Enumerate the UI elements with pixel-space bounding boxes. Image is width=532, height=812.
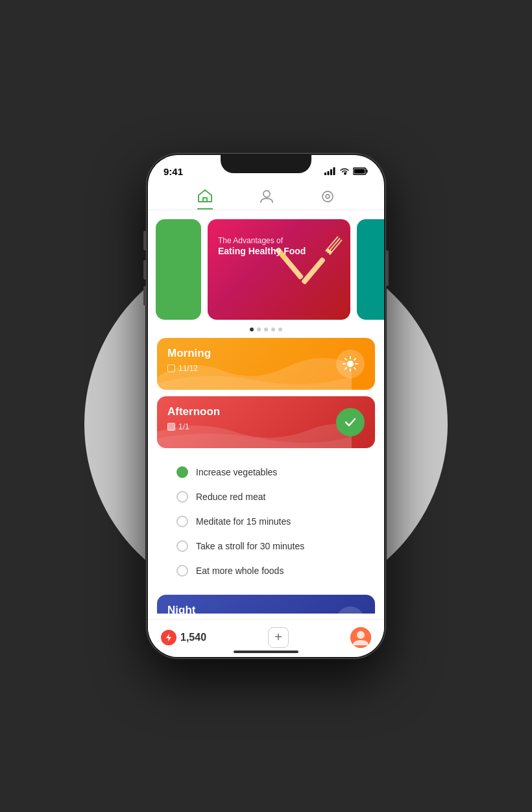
task-item-4[interactable]: Take a stroll for 30 minutes <box>166 534 366 558</box>
task-item-5[interactable]: Eat more whole foods <box>166 558 366 583</box>
signal-icon <box>324 167 336 175</box>
task-label-1: Increase vegetables <box>196 467 277 477</box>
profile-icon <box>260 189 274 204</box>
svg-rect-6 <box>354 169 365 174</box>
afternoon-icon <box>336 408 365 436</box>
points-value: 1,540 <box>180 632 206 643</box>
notch <box>221 155 311 173</box>
main-content: The Advantages of Eating Healthy Food <box>148 210 384 614</box>
status-icons <box>324 167 369 175</box>
task-circle-1 <box>176 466 188 478</box>
svg-marker-28 <box>166 634 171 641</box>
svg-line-22 <box>345 359 346 360</box>
nav-settings[interactable] <box>320 189 335 209</box>
ring-icon <box>320 189 335 204</box>
svg-rect-12 <box>301 257 326 285</box>
carousel-dots <box>148 325 384 338</box>
dot-5[interactable] <box>278 328 282 331</box>
afternoon-card[interactable]: Afternoon 1/1 <box>157 396 375 448</box>
phone-screen: 9:41 <box>148 155 384 657</box>
svg-point-10 <box>326 195 330 198</box>
dot-3[interactable] <box>264 328 268 331</box>
card-subtitle: The Advantages of <box>218 236 340 245</box>
afternoon-title: Afternoon <box>167 405 365 418</box>
svg-rect-1 <box>328 171 330 175</box>
afternoon-checkbox <box>167 423 175 431</box>
night-title: Night <box>167 604 365 614</box>
scene: 9:41 <box>0 0 532 812</box>
carousel-card-green <box>156 219 201 320</box>
svg-line-24 <box>345 368 346 369</box>
nav-bar <box>148 184 384 210</box>
nav-home[interactable] <box>197 189 213 209</box>
status-time: 9:41 <box>163 166 183 177</box>
carousel[interactable]: The Advantages of Eating Healthy Food <box>148 210 384 325</box>
check-icon <box>343 415 357 429</box>
wifi-icon <box>339 167 350 175</box>
period-cards: Morning 11/12 <box>148 338 384 614</box>
morning-checkbox <box>167 364 175 372</box>
task-label-3: Meditate for 15 minutes <box>196 516 291 527</box>
carousel-card-teal <box>357 219 384 320</box>
task-label-2: Reduce red meat <box>196 492 265 502</box>
morning-count: 11/12 <box>167 364 365 373</box>
task-label-4: Take a stroll for 30 minutes <box>196 541 304 551</box>
task-label-5: Eat more whole foods <box>196 566 284 576</box>
svg-point-30 <box>357 631 365 639</box>
lightning-icon <box>161 630 176 645</box>
svg-rect-0 <box>324 173 326 175</box>
dot-4[interactable] <box>271 328 275 331</box>
morning-icon <box>336 350 365 378</box>
afternoon-count: 1/1 <box>167 422 365 431</box>
task-item-1[interactable]: Increase vegetables <box>166 460 366 484</box>
svg-rect-3 <box>333 167 335 175</box>
sun-icon <box>342 355 359 372</box>
avatar[interactable] <box>350 627 371 648</box>
battery-icon <box>353 167 369 175</box>
card-title: Eating Healthy Food <box>218 245 340 257</box>
task-circle-2 <box>176 491 188 503</box>
morning-card[interactable]: Morning 11/12 <box>157 338 375 390</box>
svg-rect-2 <box>330 169 332 175</box>
home-icon <box>197 189 213 203</box>
svg-point-8 <box>263 191 270 197</box>
svg-point-9 <box>322 191 333 202</box>
nav-profile[interactable] <box>260 189 274 209</box>
task-circle-4 <box>176 540 188 552</box>
dot-1[interactable] <box>250 328 254 331</box>
task-circle-5 <box>176 565 188 577</box>
dot-2[interactable] <box>257 328 261 331</box>
add-button[interactable]: + <box>268 627 289 648</box>
task-list: Increase vegetables Reduce red meat Medi… <box>166 455 366 588</box>
task-item-3[interactable]: Meditate for 15 minutes <box>166 509 366 534</box>
carousel-card-main[interactable]: The Advantages of Eating Healthy Food <box>208 219 350 320</box>
svg-line-23 <box>354 368 356 369</box>
svg-line-25 <box>354 359 356 360</box>
phone-frame: 9:41 <box>146 153 386 659</box>
svg-rect-5 <box>367 170 368 173</box>
bolt-icon <box>165 633 173 642</box>
home-indicator <box>234 651 298 653</box>
night-card[interactable]: Night 0/9 <box>157 595 375 614</box>
task-item-2[interactable]: Reduce red meat <box>166 484 366 509</box>
morning-title: Morning <box>167 347 365 360</box>
task-circle-3 <box>176 516 188 527</box>
points-badge: 1,540 <box>161 630 206 645</box>
svg-point-17 <box>347 361 354 367</box>
avatar-image <box>350 627 371 648</box>
